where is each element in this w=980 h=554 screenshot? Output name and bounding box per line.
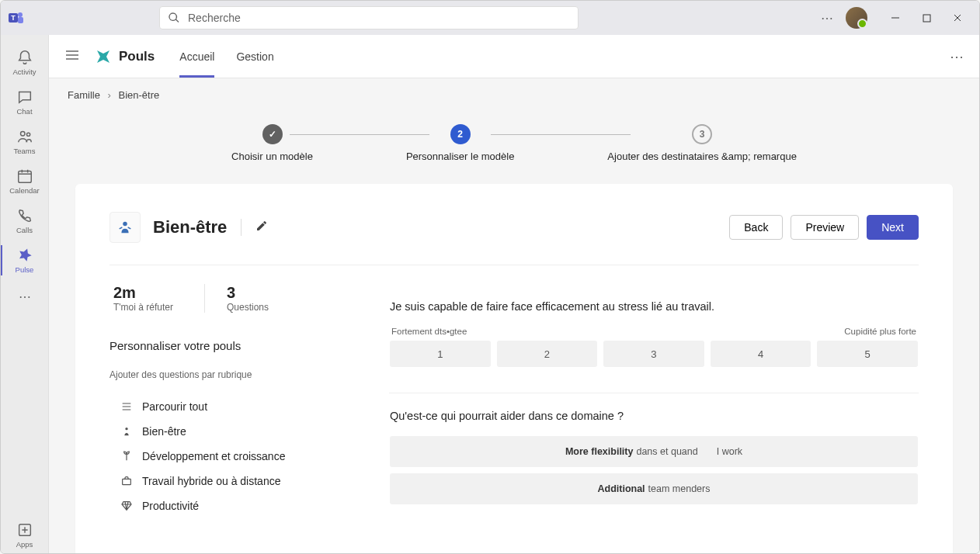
question-1-text: Je suis capable de faire face efficaceme…	[390, 300, 918, 313]
check-icon: ✓	[262, 124, 283, 144]
topic-wellbeing[interactable]: Bien-être	[109, 419, 342, 444]
step-3[interactable]: 3 Ajouter des destinataires &amp; remarq…	[607, 124, 797, 162]
scale-option-2[interactable]: 2	[497, 341, 598, 367]
svg-rect-7	[18, 171, 31, 183]
topic-development[interactable]: Développement et croissance	[109, 444, 342, 469]
titlebar: T Recherche ⋯	[1, 1, 979, 35]
question-editor: Je suis capable de faire face efficaceme…	[389, 284, 919, 531]
rail-chat[interactable]: Chat	[1, 82, 49, 122]
chevron-right-icon: ›	[108, 89, 111, 101]
topic-hybrid[interactable]: Travail hybride ou à distance	[109, 469, 342, 493]
step-2[interactable]: 2 Personnaliser le modèle	[406, 124, 514, 162]
svg-rect-4	[923, 15, 930, 22]
diamond-icon	[120, 500, 133, 512]
svg-rect-11	[123, 479, 131, 484]
scale-min-label: Fortement dts•gtee	[391, 327, 467, 336]
breadcrumb: Famille › Bien-être	[49, 78, 979, 112]
left-rail: Activity Chat Teams Calendar Calls Pulse…	[1, 35, 49, 554]
list-icon	[120, 400, 133, 413]
edit-title-button[interactable]	[255, 220, 268, 235]
stat-time: 2m T'moi à réfuter	[113, 284, 173, 313]
search-icon	[168, 12, 180, 24]
svg-point-10	[125, 428, 127, 430]
global-search[interactable]: Recherche	[159, 6, 579, 29]
window-minimize-button[interactable]	[880, 6, 911, 29]
scale-option-5[interactable]: 5	[817, 341, 918, 367]
scale-max-label: Cupidité plus forte	[844, 327, 916, 336]
search-placeholder: Recherche	[188, 12, 241, 24]
scale-option-4[interactable]: 4	[711, 341, 811, 367]
wellbeing-icon	[109, 212, 141, 243]
window-maximize-button[interactable]	[911, 6, 942, 29]
preview-button[interactable]: Preview	[791, 215, 859, 240]
rail-calls[interactable]: Calls	[1, 201, 49, 241]
question-2-text: Qu'est-ce qui pourrait aider dans ce dom…	[390, 410, 918, 422]
svg-rect-3	[18, 17, 23, 23]
answer-option-2[interactable]: Additional team menders	[390, 473, 918, 504]
titlebar-more-icon[interactable]: ⋯	[821, 11, 833, 26]
briefcase-icon	[120, 475, 133, 487]
hamburger-icon[interactable]	[64, 47, 80, 66]
rail-more[interactable]: ⋯	[1, 280, 49, 313]
scale-option-3[interactable]: 3	[603, 341, 704, 367]
svg-point-6	[26, 133, 30, 136]
next-button[interactable]: Next	[867, 215, 919, 240]
svg-text:T: T	[11, 14, 16, 22]
answer-option-1[interactable]: More flexibility dans et quand I work	[390, 436, 918, 467]
rail-activity[interactable]: Activity	[1, 43, 49, 82]
rail-teams[interactable]: Teams	[1, 122, 49, 161]
question-2[interactable]: Qu'est-ce qui pourrait aider dans ce dom…	[389, 409, 919, 531]
topic-productivity[interactable]: Productivité	[109, 493, 342, 518]
app-name: Pouls	[119, 49, 155, 64]
svg-point-9	[123, 222, 127, 227]
pulse-app-icon	[94, 47, 113, 66]
svg-point-5	[20, 132, 25, 137]
back-button[interactable]: Back	[729, 215, 783, 240]
scale-option-1[interactable]: 1	[390, 341, 491, 367]
customize-subtitle: Ajouter des questions par rubrique	[109, 369, 342, 380]
customize-title: Personnaliser votre pouls	[109, 339, 342, 352]
tab-accueil[interactable]: Accueil	[179, 35, 214, 78]
growth-icon	[120, 450, 133, 462]
tab-gestion[interactable]: Gestion	[236, 35, 273, 78]
editor-card: Bien-être Back Preview Next	[75, 184, 953, 554]
window-close-button[interactable]	[942, 6, 973, 29]
rail-pulse[interactable]: Pulse	[1, 241, 49, 280]
card-title: Bien-être	[153, 217, 227, 237]
user-avatar[interactable]	[846, 7, 867, 29]
rail-calendar[interactable]: Calendar	[1, 161, 49, 201]
app-header: Pouls Accueil Gestion ⋯	[49, 35, 979, 78]
customize-sidebar: 2m T'moi à réfuter 3 Questions Personnal…	[109, 284, 342, 531]
stat-questions: 3 Questions	[204, 284, 269, 313]
wellbeing-icon	[120, 425, 133, 438]
wizard-stepper: ✓ Choisir un modèle 2 Personnaliser le m…	[49, 112, 979, 184]
app-more-icon[interactable]: ⋯	[950, 48, 964, 65]
breadcrumb-current: Bien-être	[119, 89, 160, 101]
question-1[interactable]: Je suis capable de faire face efficaceme…	[389, 284, 919, 388]
topic-browse-all[interactable]: Parcourir tout	[109, 394, 342, 419]
breadcrumb-root[interactable]: Famille	[68, 89, 100, 101]
step-1[interactable]: ✓ Choisir un modèle	[231, 124, 313, 162]
teams-logo-icon: T	[7, 9, 26, 27]
svg-point-2	[18, 12, 23, 17]
rail-apps[interactable]: Apps	[1, 515, 49, 554]
